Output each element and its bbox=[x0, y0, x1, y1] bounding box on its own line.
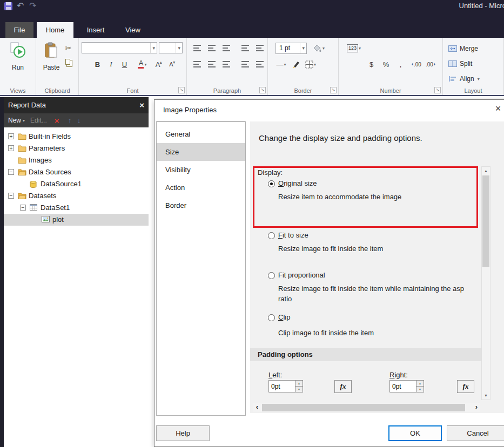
scroll-left-icon[interactable]: ‹ bbox=[253, 403, 261, 412]
chevron-down-icon: ▾ bbox=[322, 46, 325, 51]
image-icon bbox=[42, 216, 50, 222]
undo-icon[interactable]: ↶ bbox=[17, 0, 24, 12]
percent-button[interactable]: % bbox=[380, 58, 392, 70]
font-color-swatch bbox=[138, 67, 144, 69]
align-right-button[interactable] bbox=[220, 58, 232, 70]
move-down-button[interactable]: ↓ bbox=[77, 116, 80, 125]
align-left-button[interactable] bbox=[191, 58, 203, 70]
nav-item-action[interactable]: Action bbox=[157, 179, 245, 197]
align-button[interactable]: Align ▾ bbox=[448, 73, 480, 84]
collapse-icon[interactable]: − bbox=[8, 169, 14, 175]
annotation-red-box bbox=[253, 166, 478, 228]
border-width-select[interactable]: 1 pt▾ bbox=[275, 43, 307, 54]
paste-button[interactable]: Paste bbox=[37, 42, 65, 71]
tab-view[interactable]: View bbox=[118, 22, 148, 38]
spin-up-icon[interactable]: ▲ bbox=[416, 380, 424, 387]
option-clip-label[interactable]: Clip bbox=[278, 313, 290, 321]
tree-item-datasets[interactable]: − Datasets bbox=[4, 190, 149, 202]
bullet-list-button[interactable] bbox=[239, 58, 251, 70]
nav-item-size[interactable]: Size bbox=[157, 143, 245, 161]
expand-icon[interactable]: + bbox=[8, 145, 14, 151]
nav-item-border[interactable]: Border bbox=[157, 197, 245, 214]
font-family-select[interactable]: ▾ bbox=[82, 42, 157, 53]
tab-insert[interactable]: Insert bbox=[79, 22, 112, 38]
currency-button[interactable]: $ bbox=[366, 58, 377, 70]
decrease-decimal-button[interactable]: .00 bbox=[425, 58, 438, 70]
new-button[interactable]: New bbox=[8, 117, 21, 124]
cut-button[interactable]: ✂ bbox=[63, 42, 74, 54]
split-label: Split bbox=[460, 60, 472, 67]
horizontal-scrollbar[interactable]: ‹ › bbox=[253, 403, 480, 412]
tree-item-built-in-fields[interactable]: + Built-in Fields bbox=[4, 131, 149, 143]
comma-button[interactable]: , bbox=[395, 58, 406, 70]
close-icon[interactable]: × bbox=[490, 103, 504, 114]
spin-down-icon[interactable]: ▼ bbox=[295, 387, 303, 392]
spin-down-icon[interactable]: ▼ bbox=[416, 387, 424, 392]
cancel-button[interactable]: Cancel bbox=[447, 425, 504, 441]
right-padding-input[interactable] bbox=[389, 380, 416, 392]
tab-home[interactable]: Home bbox=[37, 22, 73, 38]
tree-item-parameters[interactable]: + Parameters bbox=[4, 143, 149, 154]
radio-clip[interactable] bbox=[268, 314, 275, 321]
left-padding-input[interactable] bbox=[268, 380, 295, 392]
tree-item-plot[interactable]: plot bbox=[4, 214, 149, 226]
close-icon[interactable]: × bbox=[139, 97, 144, 113]
indent-increase-button[interactable] bbox=[254, 42, 265, 54]
grow-font-button[interactable]: A▲ bbox=[153, 58, 165, 70]
tree-item-dataset1[interactable]: − DataSet1 bbox=[4, 202, 149, 214]
tab-file[interactable]: File bbox=[5, 22, 33, 38]
borders-button[interactable]: ▾ bbox=[305, 58, 317, 70]
nav-item-general[interactable]: General bbox=[157, 125, 245, 143]
align-top-button[interactable] bbox=[191, 42, 203, 54]
increase-decimal-button[interactable]: .00 bbox=[409, 58, 422, 70]
scroll-down-icon[interactable]: ▼ bbox=[482, 391, 490, 399]
line-color-button[interactable] bbox=[290, 58, 301, 70]
font-color-button[interactable]: A ▾ bbox=[137, 58, 148, 70]
delete-button[interactable]: × bbox=[55, 116, 59, 125]
tree-item-data-sources[interactable]: − Data Sources bbox=[4, 166, 149, 178]
run-button[interactable]: Run bbox=[4, 42, 32, 71]
move-up-button[interactable]: ↑ bbox=[68, 116, 71, 125]
option-fit-proportional-label[interactable]: Fit proportional bbox=[278, 271, 325, 279]
collapse-icon[interactable]: − bbox=[20, 205, 26, 211]
radio-fit-to-size[interactable] bbox=[268, 232, 275, 239]
nav-item-visibility[interactable]: Visibility bbox=[157, 161, 245, 179]
number-list-button[interactable] bbox=[254, 58, 265, 70]
align-middle-button[interactable] bbox=[206, 42, 217, 54]
tree-item-datasource1[interactable]: DataSource1 bbox=[4, 178, 149, 190]
scroll-up-icon[interactable]: ▲ bbox=[482, 167, 490, 175]
ok-button[interactable]: OK bbox=[388, 425, 442, 441]
scroll-right-icon[interactable]: › bbox=[473, 403, 480, 412]
align-bottom-button[interactable] bbox=[220, 42, 232, 54]
split-button[interactable]: Split bbox=[448, 58, 472, 69]
chevron-down-icon: ▾ bbox=[284, 62, 286, 67]
vertical-scrollbar[interactable]: ▲ ▼ bbox=[481, 166, 490, 400]
left-padding-fx-button[interactable]: fx bbox=[334, 380, 352, 393]
font-size-select[interactable]: ▾ bbox=[159, 42, 183, 53]
bold-button[interactable]: B bbox=[92, 58, 103, 70]
option-clip-desc: Clip image to fit inside the item bbox=[278, 328, 374, 338]
vertical-scroll-thumb[interactable] bbox=[482, 175, 489, 267]
spin-up-icon[interactable]: ▲ bbox=[295, 380, 303, 387]
help-button[interactable]: Help bbox=[156, 425, 210, 441]
option-fit-to-size-label[interactable]: Fit to size bbox=[278, 231, 308, 239]
italic-button[interactable]: I bbox=[105, 58, 117, 70]
underline-button[interactable]: U bbox=[119, 58, 130, 70]
indent-decrease-button[interactable] bbox=[239, 42, 251, 54]
align-center-button[interactable] bbox=[206, 58, 217, 70]
right-padding-fx-button[interactable]: fx bbox=[457, 380, 474, 393]
number-format-button[interactable]: 123 ▾ bbox=[346, 42, 361, 54]
shrink-font-button[interactable]: A▼ bbox=[167, 58, 178, 70]
line-style-button[interactable]: —▾ bbox=[275, 58, 287, 70]
merge-button[interactable]: Merge bbox=[448, 43, 478, 54]
radio-fit-proportional[interactable] bbox=[268, 272, 275, 279]
expand-icon[interactable]: + bbox=[8, 133, 14, 139]
redo-icon[interactable]: ↷ bbox=[29, 0, 36, 12]
copy-button[interactable] bbox=[63, 56, 74, 68]
fill-color-button[interactable]: ▾ bbox=[312, 42, 325, 54]
horizontal-scroll-thumb[interactable] bbox=[262, 404, 465, 411]
edit-button[interactable]: Edit... bbox=[30, 117, 47, 124]
tree-item-images[interactable]: Images bbox=[4, 154, 149, 166]
collapse-icon[interactable]: − bbox=[8, 193, 14, 199]
save-icon[interactable] bbox=[4, 2, 12, 10]
